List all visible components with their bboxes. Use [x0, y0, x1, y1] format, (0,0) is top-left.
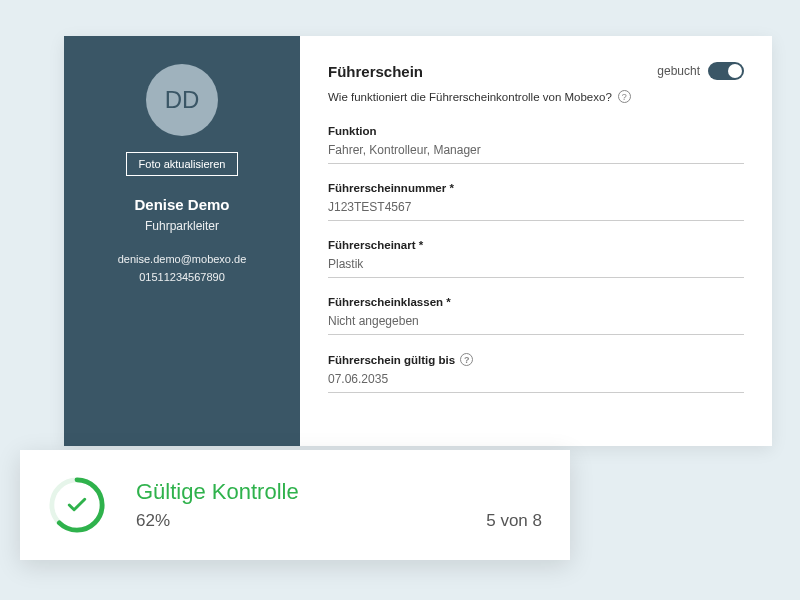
user-name: Denise Demo [134, 196, 229, 213]
field-label: Führerscheinnummer * [328, 182, 744, 194]
field-label-text: Führerschein gültig bis [328, 354, 455, 366]
user-role: Fuhrparkleiter [145, 219, 219, 233]
booked-toggle[interactable] [708, 62, 744, 80]
section-title: Führerschein [328, 63, 423, 80]
help-text: Wie funktioniert die Führerscheinkontrol… [328, 91, 612, 103]
field-license-type[interactable]: Führerscheinart * Plastik [328, 239, 744, 278]
profile-card: DD Foto aktualisieren Denise Demo Fuhrpa… [64, 36, 772, 446]
main-panel: Führerschein gebucht Wie funktioniert di… [300, 36, 772, 446]
field-label: Führerscheinklassen * [328, 296, 744, 308]
profile-sidebar: DD Foto aktualisieren Denise Demo Fuhrpa… [64, 36, 300, 446]
field-value: 07.06.2035 [328, 372, 744, 386]
user-email: denise.demo@mobexo.de [118, 253, 247, 265]
status-card: Gültige Kontrolle 62% 5 von 8 [20, 450, 570, 560]
update-photo-button[interactable]: Foto aktualisieren [126, 152, 239, 176]
field-value: Fahrer, Kontrolleur, Manager [328, 143, 744, 157]
field-label: Funktion [328, 125, 744, 137]
status-title: Gültige Kontrolle [136, 479, 542, 505]
status-progress-icon [48, 476, 106, 534]
user-phone: 01511234567890 [139, 271, 225, 283]
status-count: 5 von 8 [486, 511, 542, 531]
status-text: Gültige Kontrolle 62% 5 von 8 [136, 479, 542, 531]
field-value: Plastik [328, 257, 744, 271]
field-value: J123TEST4567 [328, 200, 744, 214]
status-row: 62% 5 von 8 [136, 511, 542, 531]
help-row: Wie funktioniert die Führerscheinkontrol… [328, 90, 744, 103]
field-valid-until[interactable]: Führerschein gültig bis ? 07.06.2035 [328, 353, 744, 393]
avatar: DD [146, 64, 218, 136]
field-license-number[interactable]: Führerscheinnummer * J123TEST4567 [328, 182, 744, 221]
toggle-label: gebucht [657, 64, 700, 78]
section-header: Führerschein gebucht [328, 62, 744, 80]
field-label: Führerschein gültig bis ? [328, 353, 744, 366]
help-icon[interactable]: ? [618, 90, 631, 103]
field-label: Führerscheinart * [328, 239, 744, 251]
field-value: Nicht angegeben [328, 314, 744, 328]
booked-toggle-wrap: gebucht [657, 62, 744, 80]
field-funktion[interactable]: Funktion Fahrer, Kontrolleur, Manager [328, 125, 744, 164]
field-license-classes[interactable]: Führerscheinklassen * Nicht angegeben [328, 296, 744, 335]
help-icon[interactable]: ? [460, 353, 473, 366]
status-percent: 62% [136, 511, 170, 531]
